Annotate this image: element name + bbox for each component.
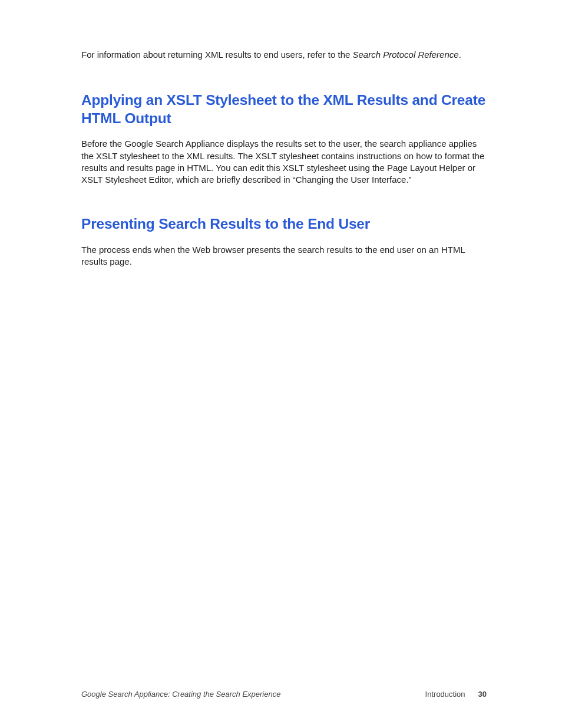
page-content: For information about returning XML resu… [0, 0, 562, 268]
footer-chapter: Introduction [425, 690, 465, 699]
intro-suffix: . [459, 50, 461, 60]
footer-right: Introduction 30 [425, 690, 487, 699]
section-heading-presenting: Presenting Search Results to the End Use… [81, 215, 487, 233]
footer-doc-title: Google Search Appliance: Creating the Se… [81, 690, 280, 699]
section-body-xslt: Before the Google Search Appliance displ… [81, 138, 487, 186]
page-footer: Google Search Appliance: Creating the Se… [81, 690, 487, 699]
section-body-presenting: The process ends when the Web browser pr… [81, 244, 487, 268]
footer-page-number: 30 [478, 690, 487, 699]
intro-paragraph: For information about returning XML resu… [81, 48, 487, 61]
section-heading-xslt: Applying an XSLT Stylesheet to the XML R… [81, 91, 487, 127]
intro-prefix: For information about returning XML resu… [81, 50, 353, 60]
intro-reference: Search Protocol Reference [353, 50, 459, 60]
